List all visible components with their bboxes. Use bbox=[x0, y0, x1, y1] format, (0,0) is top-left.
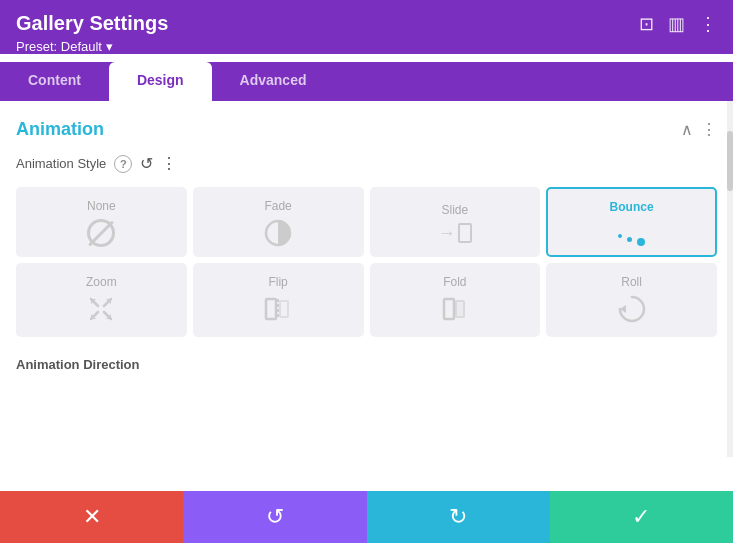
redo-icon: ↻ bbox=[449, 504, 467, 530]
cancel-icon: ✕ bbox=[83, 504, 101, 530]
zoom-icon bbox=[87, 295, 115, 327]
collapse-icon[interactable]: ∧ bbox=[681, 120, 693, 139]
redo-button[interactable]: ↻ bbox=[367, 491, 550, 543]
animation-style-grid: None Fade Slide → bbox=[16, 187, 717, 337]
slide-icon: → bbox=[437, 223, 472, 244]
save-button[interactable]: ✓ bbox=[550, 491, 733, 543]
anim-zoom-label: Zoom bbox=[86, 275, 117, 289]
svg-rect-13 bbox=[456, 301, 464, 317]
anim-none-label: None bbox=[87, 199, 116, 213]
reset-icon: ↺ bbox=[266, 504, 284, 530]
anim-option-zoom[interactable]: Zoom bbox=[16, 263, 187, 337]
anim-option-fold[interactable]: Fold bbox=[370, 263, 541, 337]
anim-option-none[interactable]: None bbox=[16, 187, 187, 257]
cancel-button[interactable]: ✕ bbox=[0, 491, 183, 543]
anim-option-bounce[interactable]: Bounce bbox=[546, 187, 717, 257]
reset-button[interactable]: ↺ bbox=[183, 491, 366, 543]
tab-advanced[interactable]: Advanced bbox=[212, 62, 335, 101]
flip-icon bbox=[264, 295, 292, 327]
save-icon: ✓ bbox=[632, 504, 650, 530]
bounce-dot-small bbox=[627, 237, 632, 242]
header: Gallery Settings ⊡ ▥ ⋮ Preset: Default ▾ bbox=[0, 0, 733, 54]
animation-direction-label: Animation Direction bbox=[16, 357, 717, 372]
anim-option-fade[interactable]: Fade bbox=[193, 187, 364, 257]
section-more-icon[interactable]: ⋮ bbox=[701, 120, 717, 139]
anim-bounce-label: Bounce bbox=[610, 200, 654, 214]
animation-more-icon[interactable]: ⋮ bbox=[161, 154, 177, 173]
anim-slide-label: Slide bbox=[442, 203, 469, 217]
scrollbar-track[interactable] bbox=[727, 101, 733, 457]
bounce-dot-tiny bbox=[618, 234, 622, 238]
animation-style-label: Animation Style bbox=[16, 156, 106, 171]
more-icon[interactable]: ⋮ bbox=[699, 13, 717, 35]
main-content: Animation ∧ ⋮ Animation Style ? ↺ ⋮ None… bbox=[0, 101, 733, 457]
header-top: Gallery Settings ⊡ ▥ ⋮ bbox=[16, 12, 717, 35]
help-icon[interactable]: ? bbox=[114, 155, 132, 173]
tab-content[interactable]: Content bbox=[0, 62, 109, 101]
preset-label[interactable]: Preset: Default ▾ bbox=[16, 39, 717, 54]
anim-fold-label: Fold bbox=[443, 275, 466, 289]
svg-rect-11 bbox=[280, 301, 288, 317]
fade-icon bbox=[264, 219, 292, 247]
anim-fade-label: Fade bbox=[264, 199, 291, 213]
scrollbar-thumb[interactable] bbox=[727, 131, 733, 191]
tab-design[interactable]: Design bbox=[109, 62, 212, 101]
section-header: Animation ∧ ⋮ bbox=[16, 119, 717, 140]
page-title: Gallery Settings bbox=[16, 12, 168, 35]
anim-flip-label: Flip bbox=[268, 275, 287, 289]
tabs-bar: Content Design Advanced bbox=[0, 62, 733, 101]
main-content-wrapper: Animation ∧ ⋮ Animation Style ? ↺ ⋮ None… bbox=[0, 101, 733, 457]
none-icon bbox=[87, 219, 115, 247]
anim-roll-label: Roll bbox=[621, 275, 642, 289]
fold-icon bbox=[441, 295, 469, 327]
svg-rect-12 bbox=[444, 299, 454, 319]
anim-option-flip[interactable]: Flip bbox=[193, 263, 364, 337]
anim-option-roll[interactable]: Roll bbox=[546, 263, 717, 337]
slide-rect bbox=[458, 223, 472, 243]
layout-icon[interactable]: ▥ bbox=[668, 13, 685, 35]
focus-icon[interactable]: ⊡ bbox=[639, 13, 654, 35]
section-controls: ∧ ⋮ bbox=[681, 120, 717, 139]
bounce-icon bbox=[618, 220, 645, 246]
reset-icon[interactable]: ↺ bbox=[140, 154, 153, 173]
bottom-bar: ✕ ↺ ↻ ✓ bbox=[0, 491, 733, 543]
animation-style-row: Animation Style ? ↺ ⋮ bbox=[16, 154, 717, 173]
roll-icon bbox=[618, 295, 646, 327]
anim-option-slide[interactable]: Slide → bbox=[370, 187, 541, 257]
bounce-dot-large bbox=[637, 238, 645, 246]
section-title: Animation bbox=[16, 119, 104, 140]
svg-rect-9 bbox=[266, 299, 276, 319]
header-icons: ⊡ ▥ ⋮ bbox=[639, 13, 717, 35]
